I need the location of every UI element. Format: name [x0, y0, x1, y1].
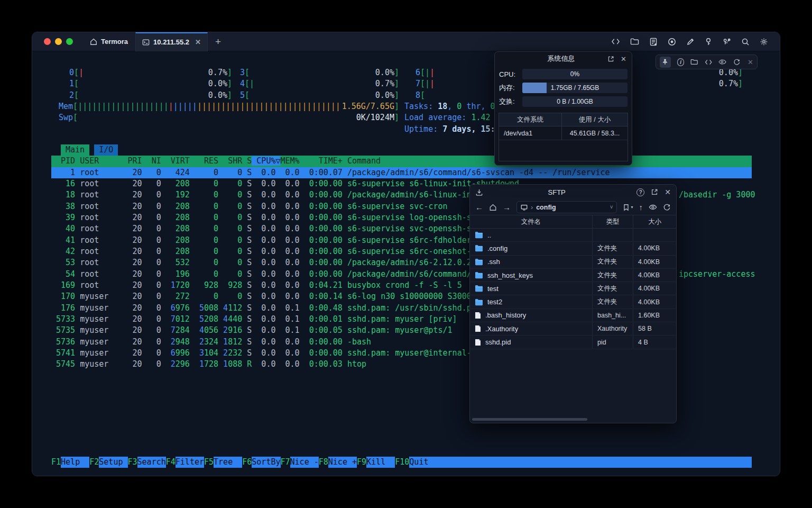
- breadcrumb-dir[interactable]: config: [536, 204, 556, 211]
- record-icon[interactable]: [668, 38, 676, 46]
- home-icon[interactable]: [489, 204, 497, 211]
- tab-home[interactable]: Termora: [85, 32, 133, 51]
- close-icon[interactable]: ✕: [748, 58, 753, 66]
- sftp-title: SFTP: [483, 188, 630, 196]
- new-tab-button[interactable]: +: [215, 36, 221, 48]
- upload-icon[interactable]: ↑: [639, 203, 643, 212]
- popout-icon[interactable]: [651, 188, 658, 196]
- fkey-f9[interactable]: F9: [357, 457, 366, 468]
- column-size[interactable]: 大小: [633, 215, 676, 228]
- zoom-window-button[interactable]: [66, 38, 73, 45]
- close-tab-icon[interactable]: ✕: [195, 38, 201, 46]
- fkey-f7[interactable]: F7: [281, 457, 290, 468]
- sftp-file-row[interactable]: test文件夹4.00KB: [470, 282, 676, 295]
- htop-header-row[interactable]: PID USER PRI NI VIRT RES SHR S CPU%▽MEM%…: [51, 156, 752, 167]
- tab-session[interactable]: 10.211.55.2 ✕: [135, 32, 208, 51]
- popout-icon[interactable]: [607, 56, 614, 62]
- sftp-file-row[interactable]: .ssh文件夹4.00KB: [470, 256, 676, 269]
- code-icon[interactable]: [705, 59, 712, 66]
- cpu-meter-5: 5[0.0%]: [239, 90, 399, 101]
- fkey-f1[interactable]: F1: [51, 457, 61, 468]
- file-name[interactable]: .config: [487, 244, 508, 252]
- fkey-label-search[interactable]: Search: [137, 457, 166, 468]
- fkey-label-filter[interactable]: Filter: [176, 457, 204, 468]
- fkey-label-nice[interactable]: Nice +: [328, 457, 357, 468]
- fkey-f4[interactable]: F4: [166, 457, 176, 468]
- folder-icon[interactable]: [630, 38, 639, 46]
- nvidia-icon[interactable]: [718, 59, 726, 65]
- sftp-file-row[interactable]: .XauthorityXauthority58 B: [470, 322, 676, 335]
- file-name[interactable]: test2: [487, 298, 502, 306]
- fkey-f8[interactable]: F8: [319, 457, 328, 468]
- sysinfo-titlebar: 系统信息 ✕: [495, 52, 632, 66]
- download-icon[interactable]: [475, 188, 483, 196]
- load-line: Load average: 1.42 1: [404, 112, 500, 123]
- bookmark-icon[interactable]: [623, 204, 630, 211]
- fkey-f6[interactable]: F6: [242, 457, 252, 468]
- file-name[interactable]: .bash_history: [485, 311, 526, 319]
- fkey-label-tree[interactable]: Tree: [214, 457, 242, 468]
- folder-icon[interactable]: [690, 58, 698, 66]
- meter-value: 0%: [522, 69, 628, 79]
- edit-icon[interactable]: [686, 38, 695, 46]
- fkey-label-help[interactable]: Help: [61, 457, 89, 468]
- fkey-label-quit[interactable]: Quit: [409, 457, 438, 468]
- file-name[interactable]: ssh_host_keys: [487, 271, 533, 279]
- fkey-f2[interactable]: F2: [89, 457, 99, 468]
- file-name[interactable]: test: [487, 285, 499, 293]
- fkey-f10[interactable]: F10: [395, 457, 409, 468]
- sftp-file-row[interactable]: sshd.pidpid4 B: [470, 335, 676, 349]
- keychain-icon[interactable]: [722, 38, 731, 46]
- fkey-label-kill[interactable]: Kill: [366, 457, 395, 468]
- file-name[interactable]: .Xauthority: [485, 325, 518, 333]
- fkey-label-sortby[interactable]: SortBy: [252, 457, 280, 468]
- settings-gear-icon[interactable]: [760, 38, 768, 46]
- horizontal-scrollbar[interactable]: [472, 418, 587, 421]
- log-file-icon[interactable]: [649, 38, 658, 46]
- close-icon[interactable]: ✕: [665, 188, 671, 196]
- file-name[interactable]: .ssh: [487, 258, 500, 266]
- sftp-file-row[interactable]: ssh_host_keys文件夹4.00KB: [470, 269, 676, 282]
- meter-value: 1.75GB / 7.65GB: [522, 83, 628, 93]
- sftp-file-row[interactable]: test2文件夹4.00KB: [470, 295, 676, 309]
- meter-label: 内存:: [499, 83, 522, 93]
- folder-icon: [475, 285, 483, 292]
- fkey-f3[interactable]: F3: [128, 457, 137, 468]
- fkey-label-nice[interactable]: Nice -: [290, 457, 319, 468]
- column-filename[interactable]: 文件名: [470, 215, 593, 228]
- fs-row[interactable]: /dev/vda1 45.61GB / 58.3...: [499, 126, 628, 140]
- close-window-button[interactable]: [44, 38, 51, 45]
- titlebar: Termora 10.211.55.2 ✕ +: [32, 32, 780, 51]
- refresh-icon[interactable]: [663, 204, 671, 211]
- file-size: 4.00KB: [633, 269, 676, 282]
- sftp-file-row[interactable]: .bash_historybash_hi...1.60KB: [470, 309, 676, 322]
- bookmark-dropdown-icon[interactable]: ▾: [631, 205, 633, 210]
- help-icon[interactable]: ?: [636, 188, 644, 196]
- path-breadcrumb[interactable]: › config ˅: [516, 201, 617, 213]
- sftp-file-row[interactable]: ..: [470, 229, 676, 242]
- info-icon[interactable]: i: [677, 58, 685, 66]
- sftp-file-row[interactable]: .config文件夹4.00KB: [470, 242, 676, 255]
- close-icon[interactable]: ✕: [621, 55, 626, 63]
- pin-button[interactable]: [660, 57, 671, 68]
- file-name[interactable]: ..: [487, 231, 491, 239]
- htop-tab-io[interactable]: I/O: [94, 144, 118, 156]
- file-name[interactable]: sshd.pid: [485, 338, 511, 346]
- htop-tab-main[interactable]: Main: [61, 144, 89, 156]
- fkey-label-setup[interactable]: Setup: [99, 457, 127, 468]
- forward-icon[interactable]: →: [503, 203, 511, 212]
- show-hidden-eye-icon[interactable]: [649, 204, 657, 211]
- process-row-pid-1[interactable]: 1 root 20 0 424 0 0 S 0.0 0.0 0:00.07 /p…: [51, 167, 752, 178]
- back-icon[interactable]: ←: [475, 203, 483, 212]
- chevron-down-icon[interactable]: ˅: [610, 204, 613, 210]
- refresh-icon[interactable]: [733, 59, 741, 66]
- column-type[interactable]: 类型: [593, 215, 633, 228]
- fkey-f5[interactable]: F5: [204, 457, 214, 468]
- cpu-meter-3: 3[0.0%]: [239, 67, 399, 78]
- meter-label: 交换:: [499, 97, 522, 106]
- code-icon[interactable]: [611, 38, 620, 46]
- minimize-window-button[interactable]: [55, 38, 62, 45]
- search-icon[interactable]: [741, 38, 750, 46]
- meter-label: CPU:: [499, 70, 522, 78]
- key-icon[interactable]: [705, 38, 712, 46]
